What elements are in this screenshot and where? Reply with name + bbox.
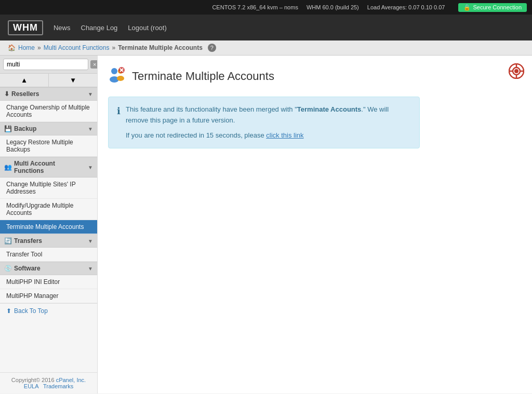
logout-link[interactable]: Logout (root) (128, 24, 166, 32)
lock-icon: 🔒 (463, 4, 471, 11)
resellers-chevron: ▼ (88, 91, 93, 97)
svg-point-6 (514, 69, 518, 73)
resellers-icon: ⬇ (4, 90, 9, 98)
info-circle-icon: ℹ (117, 105, 121, 117)
multi-account-section-header[interactable]: 👥 Multi Account Functions ▼ (0, 157, 97, 178)
back-to-top[interactable]: ⬆ Back To Top (0, 303, 97, 318)
software-icon: 💿 (4, 265, 12, 272)
multi-account-chevron: ▼ (88, 165, 93, 170)
search-container: × (0, 56, 97, 74)
transfers-icon: 🔄 (4, 237, 12, 244)
help-lifesaver-icon[interactable] (509, 63, 524, 79)
software-section-header[interactable]: 💿 Software ▼ (0, 262, 97, 275)
home-icon: 🏠 (8, 44, 16, 51)
info-paragraph-1: This feature and its functionality have … (126, 104, 411, 126)
backup-chevron: ▼ (88, 126, 93, 132)
resellers-section-header[interactable]: ⬇ Resellers ▼ (0, 87, 97, 101)
transfer-tool-item[interactable]: Transfer Tool (0, 248, 97, 262)
multiphp-manager-item[interactable]: MultiPHP Manager (0, 289, 97, 303)
eula-link[interactable]: EULA (24, 383, 38, 389)
multi-account-link[interactable]: Multi Account Functions (44, 44, 110, 51)
multiphp-ini-item[interactable]: MultiPHP INI Editor (0, 275, 97, 289)
legacy-restore-item[interactable]: Legacy Restore Multiple Backups (0, 135, 97, 157)
info-box: ℹ This feature and its functionality hav… (108, 97, 420, 148)
secure-connection-badge: 🔒 Secure Connection (458, 3, 527, 12)
click-this-link[interactable]: click this link (266, 131, 303, 139)
change-multiple-sites-item[interactable]: Change Multiple Sites' IP Addresses (0, 178, 97, 199)
home-link[interactable]: Home (18, 44, 35, 51)
system-info: CENTOS 7.2 x86_64 kvm – noms WHM 60.0 (b… (5, 4, 450, 10)
current-page: Terminate Multiple Accounts (118, 44, 203, 51)
svg-point-10 (117, 76, 124, 81)
content-area: Terminate Multiple Accounts ℹ This featu… (98, 56, 532, 393)
software-chevron: ▼ (88, 266, 93, 271)
trademarks-link[interactable]: Trademarks (43, 383, 73, 389)
sep2: » (112, 44, 115, 51)
backup-section-header[interactable]: 💾 Backup ▼ (0, 122, 97, 135)
main-layout: × ▲ ▼ ⬇ Resellers ▼ Change Ownership of … (0, 56, 532, 393)
search-clear-button[interactable]: × (90, 60, 98, 69)
cpanel-link[interactable]: cPanel, Inc. (56, 377, 86, 383)
multi-account-icon: 👥 (4, 164, 12, 171)
sep1: » (37, 44, 41, 51)
navbar: WHM News Change Log Logout (root) (0, 15, 532, 40)
scroll-down-button[interactable]: ▼ (49, 74, 97, 87)
whm-info: WHM 60.0 (build 25) (307, 4, 359, 10)
transfers-chevron: ▼ (88, 238, 93, 244)
load-info: Load Averages: 0.07 0.10 0.07 (367, 4, 445, 10)
changelog-link[interactable]: Change Log (81, 24, 118, 32)
breadcrumb: 🏠 Home » Multi Account Functions » Termi… (0, 40, 532, 56)
info-box-content: ℹ This feature and its functionality hav… (117, 104, 411, 141)
help-icon[interactable]: ? (208, 44, 216, 52)
whm-logo: WHM (8, 20, 43, 35)
sidebar: × ▲ ▼ ⬇ Resellers ▼ Change Ownership of … (0, 56, 98, 393)
news-link[interactable]: News (54, 24, 71, 32)
backup-icon: 💾 (4, 125, 12, 132)
change-ownership-item[interactable]: Change Ownership of Multiple Accounts (0, 101, 97, 122)
terminate-multiple-item[interactable]: Terminate Multiple Accounts (0, 220, 97, 234)
transfers-section-header[interactable]: 🔄 Transfers ▼ (0, 234, 97, 248)
page-title-row: Terminate Multiple Accounts (108, 66, 522, 86)
scroll-buttons: ▲ ▼ (0, 74, 97, 87)
info-paragraph-2: If you are not redirected in 15 seconds,… (126, 130, 411, 141)
svg-point-7 (111, 68, 117, 74)
centos-info: CENTOS 7.2 x86_64 kvm – noms (212, 4, 298, 10)
back-to-top-icon: ⬆ (6, 307, 11, 315)
page-icon (108, 66, 127, 86)
modify-upgrade-item[interactable]: Modify/Upgrade Multiple Accounts (0, 199, 97, 220)
sidebar-footer: Copyright© 2016 cPanel, Inc. EULA Tradem… (0, 372, 97, 393)
topbar: CENTOS 7.2 x86_64 kvm – noms WHM 60.0 (b… (0, 0, 532, 15)
scroll-up-button[interactable]: ▲ (0, 74, 49, 87)
info-text-block: This feature and its functionality have … (126, 104, 411, 141)
page-title: Terminate Multiple Accounts (132, 70, 274, 83)
search-input[interactable] (3, 59, 88, 70)
